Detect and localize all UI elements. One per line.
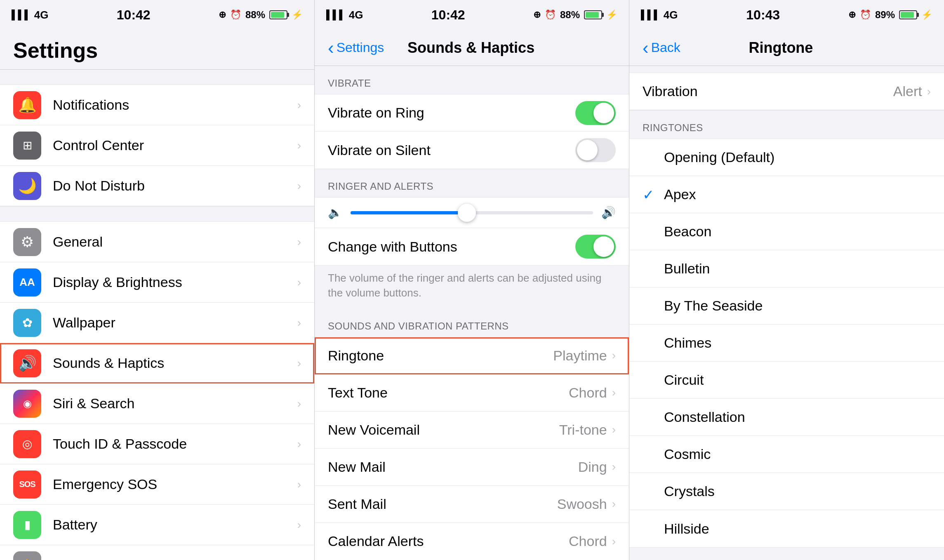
change-with-buttons-row[interactable]: Change with Buttons: [315, 228, 629, 265]
sidebar-item-wallpaper[interactable]: ✿ Wallpaper ›: [0, 303, 314, 343]
ringtone-content: Vibration Alert › RINGTONES Opening (Def…: [629, 66, 944, 560]
text-tone-row[interactable]: Text Tone Chord ›: [315, 374, 629, 412]
battery-label: Battery: [53, 517, 294, 533]
settings-header: Settings: [0, 30, 314, 70]
ringtone-item-opening[interactable]: Opening (Default): [629, 139, 944, 176]
sidebar-item-general[interactable]: ⚙ General ›: [0, 222, 314, 262]
vibrate-on-silent-label: Vibrate on Silent: [328, 142, 575, 158]
charging-icon-1: ⚡: [292, 9, 303, 20]
ringtone-item-constellation[interactable]: Constellation: [629, 399, 944, 436]
change-with-buttons-toggle[interactable]: [575, 235, 616, 259]
network-type-2: 4G: [349, 9, 363, 21]
calendar-alerts-row[interactable]: Calendar Alerts Chord ›: [315, 523, 629, 560]
sounds-content: VIBRATE Vibrate on Ring Vibrate on Silen…: [315, 66, 629, 560]
sidebar-item-notifications[interactable]: 🔔 Notifications ›: [0, 85, 314, 125]
vibrate-on-silent-row[interactable]: Vibrate on Silent: [315, 132, 629, 169]
battery-icon-1: [269, 10, 287, 19]
sounds-back-button[interactable]: ‹ Settings: [328, 38, 384, 58]
sidebar-item-control-center[interactable]: ⊞ Control Center ›: [0, 125, 314, 166]
display-chevron: ›: [297, 276, 301, 289]
ringtone-label-cosmic: Cosmic: [664, 446, 931, 462]
right-status-3: ⊕ ⏰ 89% ⚡: [848, 9, 932, 21]
sent-mail-row[interactable]: Sent Mail Swoosh ›: [315, 486, 629, 523]
sos-label: Emergency SOS: [53, 476, 294, 492]
ringtone-item-crystals[interactable]: Crystals: [629, 473, 944, 510]
ringtone-value: Playtime: [553, 348, 607, 364]
vibrate-on-silent-toggle[interactable]: [575, 138, 616, 162]
right-status-1: ⊕ ⏰ 88% ⚡: [219, 9, 303, 21]
ringtone-item-bulletin[interactable]: Bulletin: [629, 250, 944, 287]
ringtone-item-beacon[interactable]: Beacon: [629, 213, 944, 250]
sos-icon: SOS: [13, 471, 41, 499]
sidebar-item-sos[interactable]: SOS Emergency SOS ›: [0, 464, 314, 505]
ringtone-title: Ringtone: [680, 39, 881, 56]
ringer-section-header: RINGER AND ALERTS: [315, 169, 629, 197]
sidebar-item-display[interactable]: AA Display & Brightness ›: [0, 262, 314, 303]
wallpaper-label: Wallpaper: [53, 315, 294, 331]
right-status-2: ⊕ ⏰ 88% ⚡: [533, 9, 617, 21]
vibrate-on-ring-toggle[interactable]: [575, 101, 616, 125]
ringtone-item-apex[interactable]: ✓ Apex: [629, 176, 944, 213]
patterns-group: Ringtone Playtime › Text Tone Chord › Ne…: [315, 337, 629, 560]
touchid-label: Touch ID & Passcode: [53, 436, 294, 452]
ringer-slider-thumb[interactable]: [458, 204, 476, 222]
charging-icon-2: ⚡: [606, 9, 617, 20]
display-icon: AA: [13, 268, 41, 296]
sidebar-item-siri[interactable]: ◉ Siri & Search ›: [0, 384, 314, 424]
battery-chevron: ›: [297, 518, 301, 532]
text-tone-chevron: ›: [612, 386, 616, 399]
alarm-icon-1: ⏰: [230, 9, 241, 20]
do-not-disturb-icon: 🌙: [13, 172, 41, 200]
ringer-slider-track[interactable]: [351, 211, 593, 214]
sent-mail-chevron: ›: [612, 497, 616, 511]
ringtone-back-button[interactable]: ‹ Back: [643, 38, 680, 58]
battery-row-icon: ▮: [13, 511, 41, 539]
general-label: General: [53, 234, 294, 250]
ringtone-label-apex: Apex: [664, 186, 931, 202]
patterns-section-header: SOUNDS AND VIBRATION PATTERNS: [315, 309, 629, 337]
vibration-label: Vibration: [643, 83, 893, 99]
settings-list: 🔔 Notifications › ⊞ Control Center › 🌙 D…: [0, 70, 314, 560]
location-icon-2: ⊕: [533, 9, 541, 20]
new-mail-chevron: ›: [612, 460, 616, 473]
privacy-chevron: ›: [297, 559, 301, 560]
ringtone-chevron: ›: [612, 349, 616, 362]
battery-icon-2: [584, 10, 602, 19]
sidebar-item-sounds[interactable]: 🔊 Sounds & Haptics ›: [0, 343, 314, 384]
status-bar-2: ▌▌▌ 4G 10:42 ⊕ ⏰ 88% ⚡: [315, 0, 629, 30]
sidebar-item-do-not-disturb[interactable]: 🌙 Do Not Disturb ›: [0, 166, 314, 206]
control-center-icon: ⊞: [13, 132, 41, 160]
vibrate-group: Vibrate on Ring Vibrate on Silent: [315, 94, 629, 169]
privacy-label: Privacy: [53, 557, 294, 560]
vibration-row[interactable]: Vibration Alert ›: [629, 73, 944, 110]
ringtone-item-by-the-seaside[interactable]: By The Seaside: [629, 287, 944, 325]
general-chevron: ›: [297, 235, 301, 249]
speaker-high-icon: 🔊: [601, 206, 616, 219]
status-bar-1: ▌▌▌ 4G 10:42 ⊕ ⏰ 88% ⚡: [0, 0, 314, 30]
sounds-nav-bar: ‹ Settings Sounds & Haptics: [315, 30, 629, 66]
sidebar-item-privacy[interactable]: ✋ Privacy ›: [0, 545, 314, 560]
vibration-chevron: ›: [927, 85, 931, 98]
ringtone-item-cosmic[interactable]: Cosmic: [629, 436, 944, 473]
time-2: 10:42: [431, 7, 465, 23]
new-voicemail-row[interactable]: New Voicemail Tri-tone ›: [315, 412, 629, 449]
new-voicemail-label: New Voicemail: [328, 422, 559, 438]
sounds-chevron: ›: [297, 357, 301, 370]
sidebar-item-battery[interactable]: ▮ Battery ›: [0, 505, 314, 545]
signal-info-3: ▌▌▌ 4G: [641, 9, 678, 21]
notifications-label: Notifications: [53, 97, 294, 113]
sidebar-item-touchid[interactable]: ◎ Touch ID & Passcode ›: [0, 424, 314, 464]
new-voicemail-value: Tri-tone: [559, 422, 607, 438]
sounds-title: Sounds & Haptics: [384, 39, 558, 56]
do-not-disturb-label: Do Not Disturb: [53, 178, 294, 194]
ringtone-row[interactable]: Ringtone Playtime ›: [315, 337, 629, 374]
ringtone-item-circuit[interactable]: Circuit: [629, 362, 944, 399]
text-tone-label: Text Tone: [328, 385, 569, 401]
vibrate-on-ring-row[interactable]: Vibrate on Ring: [315, 94, 629, 132]
signal-info-1: ▌▌▌ 4G: [12, 9, 48, 21]
ringtone-item-chimes[interactable]: Chimes: [629, 325, 944, 362]
ringtone-label-circuit: Circuit: [664, 372, 931, 388]
ringtone-item-hillside[interactable]: Hillside: [629, 510, 944, 547]
signal-bars-1: ▌▌▌: [12, 9, 31, 20]
new-mail-row[interactable]: New Mail Ding ›: [315, 449, 629, 486]
